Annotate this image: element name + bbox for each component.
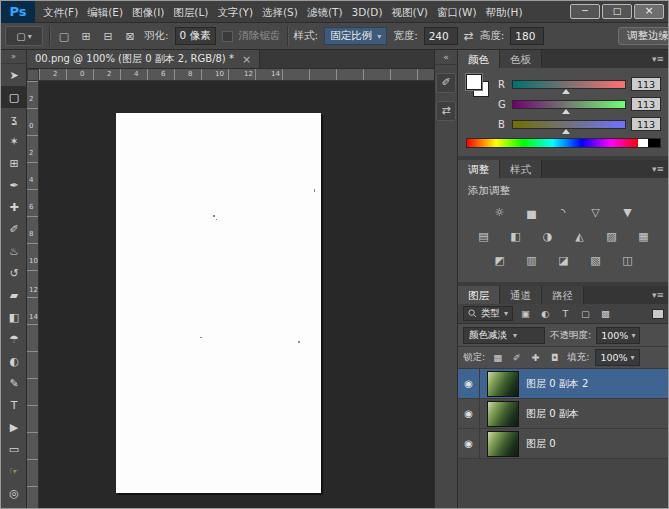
adjustment-selective-color-icon[interactable]: ◫ — [618, 252, 638, 268]
menu-layer[interactable]: 图层(L) — [173, 1, 208, 23]
filter-smart-objects-icon[interactable]: ▩ — [598, 308, 613, 319]
ruler-origin-box[interactable] — [27, 69, 39, 81]
layer-row[interactable]: ◉ 图层 0 副本 2 — [458, 369, 669, 399]
adjustment-levels-icon[interactable]: ▅ — [522, 204, 542, 220]
tab-channels[interactable]: 通道 — [500, 286, 542, 304]
menu-edit[interactable]: 编辑(E) — [87, 1, 123, 23]
menu-3d[interactable]: 3D(D) — [351, 1, 382, 23]
foreground-background-swatches[interactable] — [466, 74, 490, 98]
blur-tool[interactable]: ☂ — [1, 328, 27, 350]
green-value-field[interactable]: 113 — [631, 97, 661, 111]
adjustment-invert-icon[interactable]: ◩ — [490, 252, 510, 268]
layer-name[interactable]: 图层 0 副本 2 — [526, 377, 588, 391]
layer-visibility-toggle[interactable]: ◉ — [458, 429, 480, 458]
red-value-field[interactable]: 113 — [631, 77, 661, 91]
width-input[interactable]: 240 — [424, 27, 458, 45]
adjustment-threshold-icon[interactable]: ◪ — [554, 252, 574, 268]
filter-pixel-layers-icon[interactable]: ▣ — [518, 308, 533, 319]
menu-select[interactable]: 选择(S) — [262, 1, 298, 23]
layer-thumbnail[interactable] — [487, 401, 519, 427]
foreground-color-swatch[interactable] — [466, 74, 482, 90]
rectangular-marquee-tool[interactable]: ▢ — [1, 86, 27, 108]
path-selection-tool[interactable]: ▶ — [1, 416, 27, 438]
layer-thumbnail[interactable] — [487, 371, 519, 397]
canvas-viewport[interactable] — [39, 81, 434, 509]
fill-select[interactable]: 100% ▾ — [595, 349, 639, 366]
hand-tool[interactable]: ☞ — [1, 460, 27, 482]
intersect-selection-icon[interactable]: ⊠ — [122, 30, 138, 43]
spectrum-black-swatch[interactable] — [648, 139, 660, 147]
maximize-button[interactable]: □ — [602, 4, 632, 19]
move-tool[interactable]: ➤ — [1, 64, 27, 86]
blue-slider[interactable] — [512, 120, 626, 129]
filter-shape-layers-icon[interactable]: ▢ — [578, 308, 593, 319]
green-slider[interactable] — [512, 100, 626, 109]
panel-menu-icon[interactable]: ▾≡ — [652, 160, 669, 178]
adjustment-gradient-map-icon[interactable]: ▧ — [586, 252, 606, 268]
menu-help[interactable]: 帮助(H) — [486, 1, 523, 23]
blend-mode-select[interactable]: 颜色减淡 ▾ — [463, 327, 545, 344]
filter-type-layers-icon[interactable]: T — [558, 308, 573, 319]
tab-adjustments[interactable]: 调整 — [458, 160, 500, 178]
dodge-tool[interactable]: ◐ — [1, 350, 27, 372]
lock-all-icon[interactable]: ◘ — [548, 352, 561, 363]
swap-width-height-icon[interactable]: ⇄ — [464, 29, 474, 43]
canvas-page[interactable] — [116, 113, 321, 493]
slider-thumb-icon[interactable] — [562, 129, 570, 134]
tool-preset-dropdown[interactable]: ▢ ▾ — [5, 26, 43, 46]
tab-swatches[interactable]: 色板 — [500, 50, 542, 68]
menu-filter[interactable]: 滤镜(T) — [307, 1, 343, 23]
layer-row[interactable]: ◉ 图层 0 — [458, 429, 669, 459]
adjustment-curves-icon[interactable]: ◝ — [554, 204, 574, 220]
add-to-selection-icon[interactable]: ⊞ — [78, 30, 94, 43]
subtract-from-selection-icon[interactable]: ⊟ — [100, 30, 116, 43]
adjustment-photo-filter-icon[interactable]: ◭ — [570, 228, 590, 244]
layer-filter-select[interactable]: 类型 ▾ — [463, 306, 513, 321]
layer-row[interactable]: ◉ 图层 0 副本 — [458, 399, 669, 429]
brush-tool[interactable]: ✐ — [1, 218, 27, 240]
tab-color[interactable]: 颜色 — [458, 50, 500, 68]
minimize-button[interactable]: ─ — [570, 4, 600, 19]
menu-image[interactable]: 图像(I) — [132, 1, 164, 23]
adjustment-brightness-contrast-icon[interactable]: ☼ — [490, 204, 510, 220]
pen-tool[interactable]: ✎ — [1, 372, 27, 394]
tab-close-icon[interactable]: × — [242, 53, 251, 66]
healing-brush-tool[interactable]: ✚ — [1, 196, 27, 218]
menu-type[interactable]: 文字(Y) — [217, 1, 253, 23]
zoom-tool[interactable]: ◎ — [1, 482, 27, 504]
adjustment-vibrance-icon[interactable]: ▼ — [618, 204, 638, 220]
color-spectrum-ramp[interactable] — [466, 138, 661, 148]
filter-adjustment-layers-icon[interactable]: ◐ — [538, 308, 553, 319]
slider-thumb-icon[interactable] — [562, 89, 570, 94]
quick-selection-tool[interactable]: ✶ — [1, 130, 27, 152]
type-tool[interactable]: T — [1, 394, 27, 416]
menu-view[interactable]: 视图(V) — [392, 1, 428, 23]
adjustment-color-lookup-icon[interactable]: ▦ — [634, 228, 654, 244]
close-button[interactable]: × — [634, 4, 664, 19]
eraser-tool[interactable]: ▰ — [1, 284, 27, 306]
layer-visibility-toggle[interactable]: ◉ — [458, 369, 480, 398]
gradient-tool[interactable]: ◧ — [1, 306, 27, 328]
tab-paths[interactable]: 路径 — [542, 286, 584, 304]
hue-ramp[interactable] — [467, 139, 638, 147]
history-brush-tool[interactable]: ↺ — [1, 262, 27, 284]
adjustment-hue-saturation-icon[interactable]: ▤ — [474, 228, 494, 244]
refine-edge-button[interactable]: 调整边缘 — [618, 27, 668, 45]
tab-layers[interactable]: 图层 — [458, 286, 500, 304]
lock-position-icon[interactable]: ✚ — [529, 352, 542, 363]
panel-menu-icon[interactable]: ▾≡ — [652, 50, 669, 68]
collapsed-brush-panel-icon[interactable]: ✐ — [436, 73, 456, 93]
new-selection-icon[interactable]: ▢ — [56, 30, 72, 43]
eyedropper-tool[interactable]: ✒ — [1, 174, 27, 196]
lock-pixels-icon[interactable]: ✐ — [510, 352, 523, 363]
adjustment-exposure-icon[interactable]: ▽ — [586, 204, 606, 220]
adjustment-posterize-icon[interactable]: ▥ — [522, 252, 542, 268]
toolstrip-collapse-icon[interactable]: » — [1, 50, 26, 64]
antialias-checkbox[interactable] — [222, 31, 233, 42]
shape-tool[interactable]: ▭ — [1, 438, 27, 460]
layer-name[interactable]: 图层 0 — [526, 437, 556, 451]
adjustment-color-balance-icon[interactable]: ◧ — [506, 228, 526, 244]
layer-name[interactable]: 图层 0 副本 — [526, 407, 579, 421]
lasso-tool[interactable]: ʓ — [1, 108, 27, 130]
spectrum-white-swatch[interactable] — [638, 139, 648, 147]
